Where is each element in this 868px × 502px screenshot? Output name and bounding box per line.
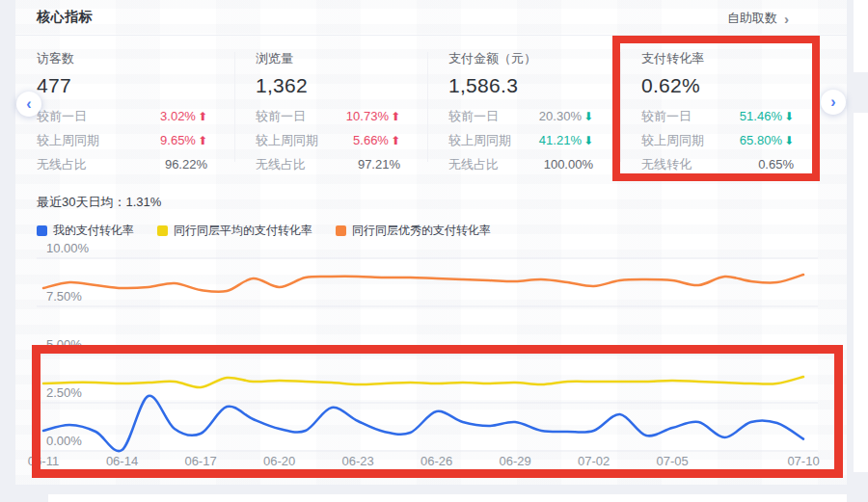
legend-item-2[interactable]: 同行同层优秀的支付转化率 xyxy=(336,223,491,239)
metric-row-number: 96.22% xyxy=(165,157,207,172)
y-axis-label: 5.00% xyxy=(46,337,82,352)
legend-item-0[interactable]: 我的支付转化率 xyxy=(37,223,134,239)
metric-row-value: 20.30%⬇ xyxy=(539,109,593,123)
metric-row-label: 较上周同期 xyxy=(37,132,99,149)
metric-row-label: 无线占比 xyxy=(37,156,87,173)
down-arrow-icon: ⬇ xyxy=(583,111,593,122)
x-axis-label: 06-23 xyxy=(331,454,385,468)
metric-title: 浏览量 xyxy=(256,50,400,67)
metric-row: 无线占比96.22% xyxy=(37,152,207,176)
metric-row: 较前一日3.02%⬆ xyxy=(37,104,207,128)
legend-item-1[interactable]: 同行同层平均的支付转化率 xyxy=(157,223,312,239)
metric-row-label: 较上周同期 xyxy=(641,132,704,149)
down-arrow-icon: ⬇ xyxy=(583,135,593,146)
metric-card-visitors[interactable]: 访客数477较前一日3.02%⬆较上周同期9.65%⬆无线占比96.22% xyxy=(15,39,234,173)
metric-row-label: 较上周同期 xyxy=(256,132,318,149)
metric-row-value: 65.80%⬇ xyxy=(740,133,794,147)
metric-row-number: 5.66% xyxy=(353,133,389,147)
chart-average-label: 最近30天日均：1.31% xyxy=(37,194,161,211)
metric-row: 较上周同期5.66%⬆ xyxy=(256,128,400,152)
metric-row: 较前一日20.30%⬇ xyxy=(448,104,593,128)
up-arrow-icon: ⬆ xyxy=(198,135,207,146)
x-axis-label: 06-14 xyxy=(95,454,149,468)
metric-row-number: 65.80% xyxy=(740,133,782,147)
chevron-right-icon: › xyxy=(830,93,835,111)
metric-row-label: 较上周同期 xyxy=(448,132,511,149)
x-axis-label: 06-26 xyxy=(410,454,464,468)
metric-row-value: 9.65%⬆ xyxy=(160,133,207,147)
metric-card-payment-amount[interactable]: 支付金额（元）1,586.3较前一日20.30%⬇较上周同期41.21%⬇无线占… xyxy=(427,39,620,173)
metric-row: 无线占比97.21% xyxy=(256,152,400,176)
metric-row-value: 96.22% xyxy=(165,157,207,172)
metric-row-value: 0.65% xyxy=(758,157,794,172)
down-arrow-icon: ⬇ xyxy=(784,135,794,146)
metric-value: 0.62% xyxy=(641,74,794,97)
metric-row-number: 20.30% xyxy=(539,109,582,123)
metric-row: 较前一日10.73%⬆ xyxy=(256,104,400,128)
metric-value: 1,586.3 xyxy=(448,74,593,97)
metric-row: 较前一日51.46%⬇ xyxy=(641,104,794,128)
metric-value: 1,362 xyxy=(256,74,400,97)
metric-value: 477 xyxy=(37,74,207,97)
legend-swatch-icon xyxy=(157,225,168,236)
card-separator xyxy=(620,52,621,162)
metric-row-number: 10.73% xyxy=(346,109,389,123)
self-service-data-label: 自助取数 xyxy=(727,10,777,27)
metric-card-conversion-rate[interactable]: 支付转化率0.62%较前一日51.46%⬇较上周同期65.80%⬇无线转化0.6… xyxy=(620,39,847,173)
x-axis-label: 07-02 xyxy=(567,454,621,468)
metric-row-value: 10.73%⬆ xyxy=(346,109,400,123)
metric-row-label: 较前一日 xyxy=(256,108,306,125)
metric-rows: 较前一日10.73%⬆较上周同期5.66%⬆无线占比97.21% xyxy=(256,104,400,176)
metric-row-value: 41.21%⬇ xyxy=(539,133,593,147)
metric-row: 较上周同期9.65%⬆ xyxy=(37,128,207,152)
metric-row-value: 51.46%⬇ xyxy=(740,109,794,123)
page-title: 核心指标 xyxy=(37,9,93,26)
header-divider xyxy=(15,35,847,36)
chevron-left-icon: ‹ xyxy=(26,95,31,113)
metric-rows: 较前一日51.46%⬇较上周同期65.80%⬇无线转化0.65% xyxy=(641,104,794,176)
up-arrow-icon: ⬆ xyxy=(198,111,207,122)
chevron-right-icon: › xyxy=(784,13,789,25)
metric-row-number: 9.65% xyxy=(160,133,196,147)
series-line-2 xyxy=(43,275,803,292)
metric-row-label: 较前一日 xyxy=(37,108,87,125)
series-line-1 xyxy=(43,377,803,387)
up-arrow-icon: ⬆ xyxy=(391,111,400,122)
metric-row-number: 3.02% xyxy=(160,109,196,123)
legend-swatch-icon xyxy=(37,225,47,236)
x-axis-label: 07-05 xyxy=(645,454,699,468)
x-axis-label: 06-11 xyxy=(16,454,70,468)
chart-legend: 我的支付转化率同行同层平均的支付转化率同行同层优秀的支付转化率 xyxy=(37,223,491,239)
carousel-next-button[interactable]: › xyxy=(821,90,846,115)
legend-label: 同行同层平均的支付转化率 xyxy=(174,223,312,239)
metric-card-pageviews[interactable]: 浏览量1,362较前一日10.73%⬆较上周同期5.66%⬆无线占比97.21% xyxy=(234,39,427,173)
x-axis-label: 06-29 xyxy=(488,454,542,468)
metric-row-number: 41.21% xyxy=(539,133,582,147)
metric-row-label: 较前一日 xyxy=(641,108,692,125)
metric-title: 支付转化率 xyxy=(641,50,794,67)
metric-row-number: 97.21% xyxy=(358,157,400,172)
y-axis-label: 2.50% xyxy=(46,385,82,400)
y-axis-label: 10.00% xyxy=(46,241,89,255)
y-axis-label: 0.00% xyxy=(46,434,82,448)
card-separator xyxy=(427,52,428,162)
x-axis-label: 06-20 xyxy=(253,454,307,468)
metric-rows: 较前一日20.30%⬇较上周同期41.21%⬇无线占比100.00% xyxy=(448,104,593,176)
y-axis-label: 7.50% xyxy=(46,289,82,304)
adjacent-panel-fragment xyxy=(854,0,868,72)
analytics-dashboard: 核心指标 自助取数 › 访客数477较前一日3.02%⬆较上周同期9.65%⬆无… xyxy=(0,0,868,502)
metric-row-label: 无线转化 xyxy=(641,156,692,173)
series-line-0 xyxy=(43,396,803,451)
metric-row-value: 3.02%⬆ xyxy=(160,109,207,123)
legend-label: 同行同层优秀的支付转化率 xyxy=(352,223,491,239)
metric-row-value: 5.66%⬆ xyxy=(353,133,400,147)
card-separator xyxy=(234,52,235,162)
metric-rows: 较前一日3.02%⬆较上周同期9.65%⬆无线占比96.22% xyxy=(37,104,207,176)
up-arrow-icon: ⬆ xyxy=(391,135,400,146)
metric-row-value: 100.00% xyxy=(544,157,593,172)
carousel-prev-button[interactable]: ‹ xyxy=(16,92,41,117)
self-service-data-link[interactable]: 自助取数 › xyxy=(727,10,789,27)
legend-label: 我的支付转化率 xyxy=(53,223,134,239)
metric-title: 访客数 xyxy=(37,50,207,67)
metric-title: 支付金额（元） xyxy=(448,50,593,67)
